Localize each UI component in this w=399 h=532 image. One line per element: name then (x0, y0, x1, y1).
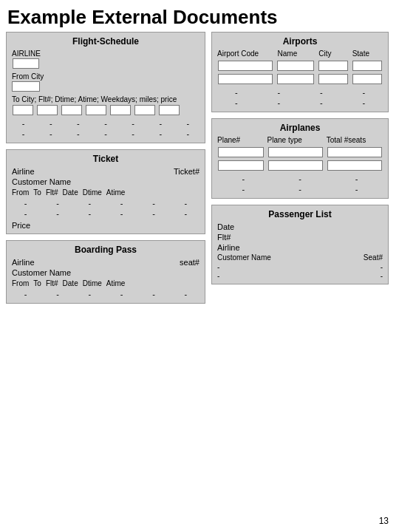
ticket-number-label: Ticket# (174, 167, 200, 176)
boarding-pass-panel: Boarding Pass Airline seat# Customer Nam… (6, 240, 205, 304)
airline-label: AIRLINE (12, 50, 200, 58)
weekdays-field[interactable] (110, 105, 131, 115)
from-city-field[interactable] (12, 81, 40, 92)
ticket-dash-row-2: - - - - - - (12, 208, 200, 219)
ticket-title: Ticket (12, 154, 200, 164)
airports-col-code: Airport Code (217, 50, 275, 58)
ticket-col-atime: Atime (106, 188, 126, 197)
ticket-col-flt: Flt# (46, 188, 58, 197)
plane-num-field-1[interactable] (218, 147, 264, 157)
to-row-label: To City; Flt#; Dtime; Atime; Weekdays; m… (12, 95, 200, 103)
bp-customer-label: Customer Name (12, 268, 71, 277)
airports-col-state: State (352, 50, 383, 58)
airports-title: Airports (217, 36, 383, 47)
ticket-customer-label: Customer Name (12, 177, 71, 186)
airplanes-title: Airplanes (217, 123, 383, 133)
plane-seats-field-2[interactable] (327, 160, 382, 171)
airports-panel: Airports Airport Code Name City State - (211, 32, 389, 112)
bp-col-date: Date (63, 279, 78, 287)
passenger-list-title: Passenger List (217, 209, 383, 219)
airplanes-col-seats: Total #seats (327, 136, 383, 144)
pl-dash-cust-1: - (217, 263, 219, 271)
apt-code-field-2[interactable] (218, 74, 273, 84)
ticket-price-label: Price (12, 221, 30, 230)
airplane-dash-row-1: - - - (217, 174, 383, 184)
bp-airline-label: Airline (12, 258, 35, 267)
apt-dash-row-2: - - - - (217, 98, 383, 108)
page-number: 13 (379, 516, 389, 526)
pl-date-label: Date (217, 222, 234, 231)
fs-dash-row-1: - - - - - - - (12, 118, 200, 129)
apt-name-field-2[interactable] (277, 74, 314, 84)
dtime-field[interactable] (61, 105, 82, 115)
flt-field[interactable] (37, 105, 58, 115)
bp-col-dtime: Dtime (83, 279, 102, 287)
pl-seat-col: Seat# (364, 253, 383, 262)
plane-num-field-2[interactable] (218, 160, 264, 171)
ticket-airline-label: Airline (12, 167, 35, 176)
airplanes-panel: Airplanes Plane# Plane type Total #seats… (211, 118, 389, 199)
atime-field[interactable] (86, 105, 106, 115)
plane-seats-field-1[interactable] (327, 147, 382, 157)
bp-col-flt: Flt# (46, 279, 58, 287)
pl-dash-seat-1: - (381, 263, 383, 271)
airplanes-col-type: Plane type (267, 136, 324, 144)
price-field[interactable] (159, 105, 180, 115)
bp-dash-row-1: - - - - - - (12, 289, 200, 299)
to-city-field[interactable] (13, 105, 33, 115)
ticket-panel: Ticket Airline Ticket# Customer Name Fro… (6, 149, 205, 234)
pl-flt-label: Flt# (217, 233, 231, 242)
plane-type-field-1[interactable] (268, 147, 323, 157)
apt-name-field-1[interactable] (277, 61, 314, 71)
flight-schedule-panel: Flight-Schedule AIRLINE From City To Cit… (6, 32, 205, 143)
bp-col-atime: Atime (106, 279, 126, 287)
ticket-col-date: Date (63, 188, 78, 197)
from-city-label: From City (12, 72, 200, 81)
boarding-pass-title: Boarding Pass (12, 245, 200, 255)
flight-schedule-title: Flight-Schedule (12, 36, 200, 47)
bp-col-from: From (12, 279, 29, 287)
airplanes-col-plane: Plane# (217, 136, 265, 144)
apt-code-field-1[interactable] (218, 61, 273, 71)
airports-col-name: Name (278, 50, 316, 58)
bp-col-to: To (33, 279, 41, 287)
apt-city-field-1[interactable] (318, 61, 348, 71)
apt-state-field-2[interactable] (352, 74, 382, 84)
pl-airline-label: Airline (217, 243, 240, 252)
ticket-col-dtime: Dtime (83, 188, 102, 197)
pl-dash-seat-2: - (381, 272, 383, 280)
apt-state-field-1[interactable] (352, 61, 382, 71)
ticket-dash-row-1: - - - - - - (12, 198, 200, 208)
apt-city-field-2[interactable] (318, 74, 348, 84)
plane-type-field-2[interactable] (268, 160, 323, 171)
apt-dash-row-1: - - - - (217, 87, 383, 98)
passenger-list-panel: Passenger List Date Flt# Airline Custome… (211, 205, 389, 284)
miles-field[interactable] (134, 105, 155, 115)
ticket-col-from: From (12, 188, 29, 197)
airline-field[interactable] (13, 58, 39, 69)
ticket-col-to: To (33, 188, 41, 197)
fs-dash-row-2: - - - - - - - (12, 129, 200, 139)
airplane-dash-row-2: - - - (217, 184, 383, 194)
page-title: Example External Documents (0, 0, 399, 32)
bp-seat-label: seat# (180, 258, 200, 267)
pl-customer-col: Customer Name (217, 253, 271, 262)
pl-dash-cust-2: - (217, 272, 219, 280)
airports-col-city: City (318, 50, 349, 58)
